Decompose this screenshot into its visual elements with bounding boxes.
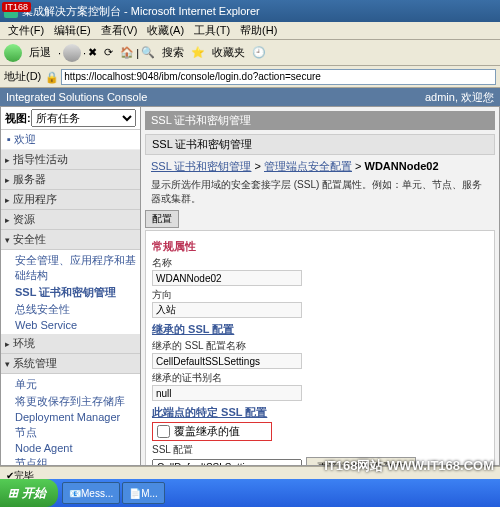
name-label: 名称 xyxy=(152,256,488,270)
windows-icon: ⊞ xyxy=(8,486,18,500)
address-bar: 地址(D) 🔒 xyxy=(0,66,500,88)
crumb-endpoint[interactable]: 管理端点安全配置 xyxy=(264,160,352,172)
home-icon[interactable]: 🏠 xyxy=(120,46,134,60)
nav-env[interactable]: 环境 xyxy=(1,334,140,354)
alias-value: null xyxy=(152,385,302,401)
main-area: 视图: 所有任务 ▪ 欢迎 指导性活动 服务器 应用程序 资源 安全性 安全管理… xyxy=(0,106,500,466)
dir-label: 方向 xyxy=(152,288,488,302)
task-item-2[interactable]: 📄 M... xyxy=(122,482,165,504)
menu-view[interactable]: 查看(V) xyxy=(97,22,142,39)
favorites-button[interactable]: 收藏夹 xyxy=(207,43,250,62)
nav-security[interactable]: 安全性 xyxy=(1,230,140,250)
view-select[interactable]: 所有任务 xyxy=(31,109,136,127)
nav-nodes[interactable]: 节点 xyxy=(15,424,140,441)
back-button[interactable]: 后退 xyxy=(24,43,56,62)
nav-nodegroups[interactable]: 节点组 xyxy=(15,455,140,465)
name-value: WDANNode02 xyxy=(152,270,302,286)
menu-file[interactable]: 文件(F) xyxy=(4,22,48,39)
nav-sec-ssl[interactable]: SSL 证书和密钥管理 xyxy=(15,284,140,301)
stop-icon[interactable]: ✖ xyxy=(88,46,102,60)
view-row: 视图: 所有任务 xyxy=(1,107,140,130)
back-icon[interactable] xyxy=(4,44,22,62)
nav-sec-ws[interactable]: Web Service xyxy=(15,318,140,332)
address-label: 地址(D) xyxy=(4,69,41,84)
crumb-node: WDANNode02 xyxy=(365,160,439,172)
override-checkbox-row[interactable]: 覆盖继承的值 xyxy=(152,422,272,441)
nav-resources[interactable]: 资源 xyxy=(1,210,140,230)
refresh-icon[interactable]: ⟳ xyxy=(104,46,118,60)
nav-save[interactable]: 将更改保存到主存储库 xyxy=(15,393,140,410)
nav-welcome[interactable]: ▪ 欢迎 xyxy=(1,130,140,150)
sidebar: 视图: 所有任务 ▪ 欢迎 指导性活动 服务器 应用程序 资源 安全性 安全管理… xyxy=(1,107,141,465)
page-subtitle: SSL 证书和密钥管理 xyxy=(145,134,495,155)
nav-security-list: 安全管理、应用程序和基础结构 SSL 证书和密钥管理 总线安全性 Web Ser… xyxy=(1,250,140,334)
console-header: Integrated Solutions Console admin, 欢迎您 xyxy=(0,88,500,106)
start-button[interactable]: ⊞ 开始 xyxy=(0,479,58,507)
menu-tools[interactable]: 工具(T) xyxy=(190,22,234,39)
section-specific: 此端点的特定 SSL 配置 xyxy=(152,405,488,420)
inh-value: CellDefaultSSLSettings xyxy=(152,353,302,369)
override-checkbox[interactable] xyxy=(157,425,170,438)
content-pane: SSL 证书和密钥管理 SSL 证书和密钥管理 SSL 证书和密钥管理 > 管理… xyxy=(141,107,499,465)
nav-cell[interactable]: 单元 xyxy=(15,376,140,393)
console-welcome: admin, 欢迎您 xyxy=(425,90,494,105)
task-item-1[interactable]: 📧 Mess... xyxy=(62,482,120,504)
nav-sysmgmt[interactable]: 系统管理 xyxy=(1,354,140,374)
console-title: Integrated Solutions Console xyxy=(6,91,147,103)
menu-fav[interactable]: 收藏(A) xyxy=(143,22,188,39)
address-input[interactable] xyxy=(61,69,496,85)
forward-icon xyxy=(63,44,81,62)
sslcfg-label: SSL 配置 xyxy=(152,443,488,457)
crumb-ssl[interactable]: SSL 证书和密钥管理 xyxy=(151,160,251,172)
watermark: IT168网站 WWW.IT168.COM xyxy=(324,457,494,475)
section-general: 常规属性 xyxy=(152,239,488,254)
brand-badge: IT168 xyxy=(2,2,31,12)
nav-sec-admin[interactable]: 安全管理、应用程序和基础结构 xyxy=(15,252,140,284)
view-label: 视图: xyxy=(5,111,31,126)
section-inherited: 继承的 SSL 配置 xyxy=(152,322,488,337)
taskbar: ⊞ 开始 📧 Mess... 📄 M... xyxy=(0,479,500,507)
nav-sysmgmt-list: 单元 将更改保存到主存储库 Deployment Manager 节点 Node… xyxy=(1,374,140,465)
search-button[interactable]: 搜索 xyxy=(157,43,189,62)
history-icon[interactable]: 🕘 xyxy=(252,46,266,60)
override-label: 覆盖继承的值 xyxy=(174,424,240,439)
page-desc: 显示所选作用域的安全套接字层 (SSL) 配置属性。例如：单元、节点、服务器或集… xyxy=(145,178,495,210)
search-icon[interactable]: 🔍 xyxy=(141,46,155,60)
nav-nodeagent[interactable]: Node Agent xyxy=(15,441,140,455)
nav-guide[interactable]: 指导性活动 xyxy=(1,150,140,170)
nav-apps[interactable]: 应用程序 xyxy=(1,190,140,210)
nav-sec-bus[interactable]: 总线安全性 xyxy=(15,301,140,318)
menu-bar: 文件(F) 编辑(E) 查看(V) 收藏(A) 工具(T) 帮助(H) xyxy=(0,22,500,40)
tab-config[interactable]: 配置 xyxy=(145,210,179,228)
favorites-icon[interactable]: ⭐ xyxy=(191,46,205,60)
inh-label: 继承的 SSL 配置名称 xyxy=(152,339,488,353)
breadcrumb: SSL 证书和密钥管理 > 管理端点安全配置 > WDANNode02 xyxy=(145,155,495,178)
menu-help[interactable]: 帮助(H) xyxy=(236,22,281,39)
nav-dmgr[interactable]: Deployment Manager xyxy=(15,410,140,424)
nav-servers[interactable]: 服务器 xyxy=(1,170,140,190)
window-titlebar: 集成解决方案控制台 - Microsoft Internet Explorer xyxy=(0,0,500,22)
page-title: SSL 证书和密钥管理 xyxy=(145,111,495,130)
alias-label: 继承的证书别名 xyxy=(152,371,488,385)
lock-icon: 🔒 xyxy=(45,71,57,83)
sslcfg-select[interactable]: CellDefaultSSLSettings xyxy=(152,459,302,466)
dir-value: 入站 xyxy=(152,302,302,318)
window-title: 集成解决方案控制台 - Microsoft Internet Explorer xyxy=(22,4,260,19)
menu-edit[interactable]: 编辑(E) xyxy=(50,22,95,39)
toolbar: 后退 · · ✖ ⟳ 🏠 | 🔍 搜索 ⭐ 收藏夹 🕘 xyxy=(0,40,500,66)
config-panel: 常规属性 名称 WDANNode02 方向 入站 继承的 SSL 配置 继承的 … xyxy=(145,230,495,465)
